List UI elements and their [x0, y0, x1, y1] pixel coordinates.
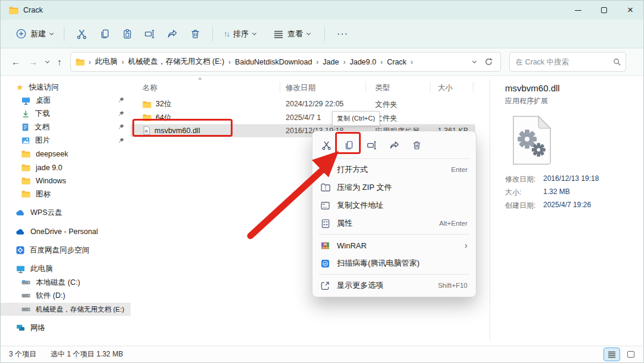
menu-item-properties[interactable]: 属性 Alt+Enter [312, 214, 476, 232]
address-dropdown-chevron[interactable] [472, 59, 476, 63]
delete-menu-button[interactable] [410, 139, 423, 152]
column-separator[interactable] [473, 82, 473, 93]
breadcrumb-item-crack[interactable]: Crack [387, 58, 407, 66]
breadcrumb-item-this-pc[interactable]: 此电脑 [95, 57, 118, 67]
menu-item-label: 扫描病毒(腾讯电脑管家) [337, 258, 462, 269]
breadcrumb-item-drive-e[interactable]: 机械硬盘，存储无用文档 (E:) [128, 57, 224, 67]
file-explorer-window: Crack × 新建 [0, 0, 644, 363]
close-button[interactable]: × [617, 1, 643, 20]
up-button[interactable]: ↑ [57, 57, 62, 67]
new-button[interactable]: 新建 [11, 25, 58, 43]
column-separator[interactable] [430, 82, 431, 93]
share-menu-button[interactable] [388, 139, 401, 152]
copy-button[interactable] [93, 29, 116, 39]
menu-item-virus-scan[interactable]: 扫描病毒(腾讯电脑管家) [312, 254, 476, 272]
dll-file-preview-icon [510, 115, 644, 166]
document-icon [21, 123, 29, 131]
search-input[interactable] [515, 57, 613, 67]
sidebar-item-drive-e[interactable]: 机械硬盘，存储无用文档 (E:) [1, 303, 131, 316]
refresh-button[interactable] [484, 57, 493, 66]
folder-icon [76, 59, 85, 66]
paste-button[interactable] [116, 29, 138, 39]
sidebar-item-pictures[interactable]: 图片 [1, 134, 131, 147]
file-row-32bit[interactable]: 32位 2024/12/29 22:05 文件夹 [131, 97, 475, 110]
rename-button[interactable] [138, 29, 161, 39]
column-separator[interactable] [280, 82, 280, 93]
menu-separator [318, 274, 470, 275]
folder-icon [21, 150, 30, 158]
folder-icon [21, 164, 30, 171]
file-row-64bit[interactable]: 64位 2025/4/7 1 文件夹 [131, 111, 475, 124]
cloud-icon [16, 210, 25, 216]
menu-item-show-more-options[interactable]: 显示更多选项 Shift+F10 [312, 276, 476, 294]
sidebar-item-label: Windows [36, 177, 66, 185]
forward-button[interactable]: → [29, 57, 38, 67]
column-header-type[interactable]: 类型 [375, 83, 390, 93]
sidebar-item-label: 图片 [35, 136, 50, 146]
sidebar-item-drive-d[interactable]: 软件 (D:) [1, 289, 131, 302]
toolbar-separator [324, 27, 325, 41]
see-more-button[interactable]: ··· [331, 29, 354, 39]
selection-info: 选中 1 个项目 1.32 MB [51, 349, 123, 359]
folder-icon [143, 101, 151, 108]
column-separator[interactable] [366, 82, 366, 93]
back-button[interactable]: ← [11, 57, 20, 67]
sidebar-item-tubiao[interactable]: 图标 [1, 187, 131, 201]
window-title: Crack [23, 6, 43, 14]
breadcrumb-item-baidunetdiskdownload[interactable]: BaiduNetdiskDownload [235, 58, 312, 66]
sidebar-item-onedrive[interactable]: OneDrive - Personal [1, 225, 131, 238]
breadcrumb[interactable]: › 此电脑 › 机械硬盘，存储无用文档 (E:) › BaiduNetdiskD… [70, 52, 501, 72]
breadcrumb-separator: › [411, 58, 413, 66]
menu-item-open-with[interactable]: 打开方式 Enter [312, 161, 476, 179]
maximize-button[interactable] [591, 1, 617, 20]
cut-icon [76, 29, 87, 39]
rename-menu-button[interactable] [365, 139, 378, 152]
menu-item-winrar[interactable]: WinRAR › [312, 236, 476, 254]
sidebar-item-wps-cloud[interactable]: WPS云盘 [1, 207, 131, 220]
details-view-button[interactable] [604, 348, 620, 361]
view-button[interactable]: 查看 [269, 25, 315, 43]
sidebar-item-deepseek[interactable]: deepseek [1, 147, 131, 161]
minimize-button[interactable] [565, 1, 591, 20]
delete-button[interactable] [184, 29, 206, 39]
column-header-modified[interactable]: 修改日期 [286, 83, 315, 93]
sort-button[interactable]: ↑↓ 排序 [219, 25, 261, 43]
cut-menu-button[interactable] [320, 139, 333, 152]
column-header-size[interactable]: 大小 [438, 83, 453, 93]
recent-locations-chevron[interactable] [45, 59, 49, 63]
sidebar-item-this-pc[interactable]: 此电脑 [1, 263, 131, 276]
cut-button[interactable] [70, 29, 93, 39]
paste-icon [122, 29, 132, 39]
sidebar-item-desktop[interactable]: 桌面 [1, 94, 131, 107]
breadcrumb-separator: › [228, 58, 231, 66]
sidebar-item-label: 机械硬盘，存储无用文档 (E:) [36, 305, 124, 314]
show-more-icon [320, 281, 331, 290]
share-button[interactable] [161, 29, 184, 39]
breadcrumb-item-jade9[interactable]: Jade9.0 [349, 58, 376, 66]
delete-icon [190, 29, 200, 39]
copy-menu-button[interactable] [342, 139, 355, 152]
sidebar-item-baidu-sync[interactable]: 百度网盘同步空间 [1, 244, 131, 257]
drive-icon [21, 280, 30, 285]
breadcrumb-item-jade[interactable]: Jade [323, 58, 339, 66]
column-header-name[interactable]: 名称 [143, 83, 157, 93]
sidebar-item-label: 快速访问 [29, 82, 59, 93]
menu-item-copy-path[interactable]: 复制文件地址 [312, 196, 476, 214]
menu-item-compress-zip[interactable]: 压缩为 ZIP 文件 [312, 179, 476, 196]
sidebar-item-drive-c[interactable]: 本地磁盘 (C:) [1, 276, 131, 289]
sidebar-item-quick-access[interactable]: ★ 快速访问 [1, 81, 131, 94]
sidebar-item-windows[interactable]: Windows [1, 174, 131, 187]
large-thumbnails-view-button[interactable] [623, 348, 639, 361]
command-toolbar: 新建 ↑↓ 排序 查看 [1, 20, 643, 48]
sidebar-item-documents[interactable]: 文档 [1, 121, 131, 134]
sidebar-item-network[interactable]: 网络 [1, 321, 131, 334]
share-icon [167, 29, 178, 39]
download-icon [21, 110, 30, 118]
sidebar-item-jade90[interactable]: jade 9.0 [1, 161, 131, 174]
sidebar-item-downloads[interactable]: 下载 [1, 107, 131, 121]
file-modified: 2024/12/29 22:05 [286, 100, 343, 108]
pin-icon [118, 137, 125, 144]
desktop-icon [21, 97, 30, 105]
search-box[interactable] [509, 52, 626, 72]
folder-icon [21, 177, 30, 184]
